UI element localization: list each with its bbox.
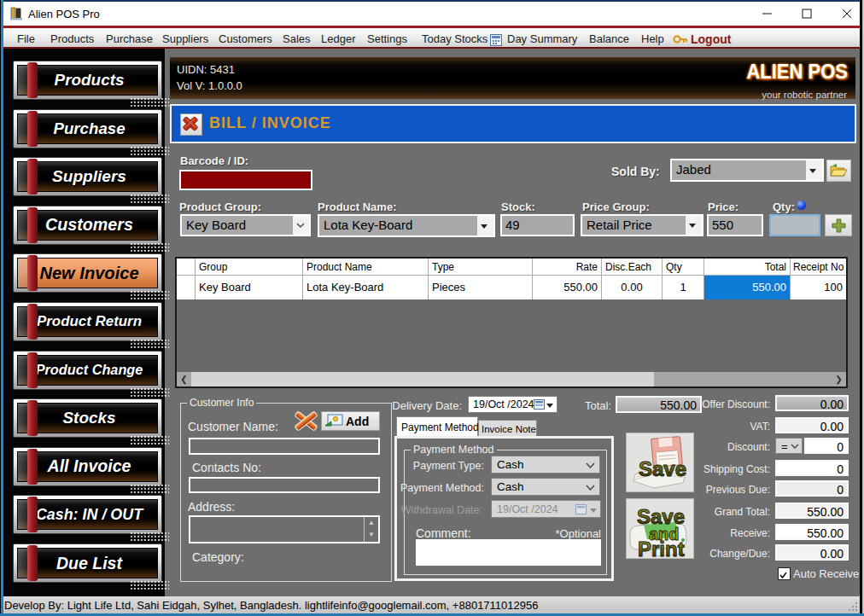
svg-text:Save: Save <box>639 457 686 480</box>
svg-text:Print: Print <box>638 538 685 558</box>
